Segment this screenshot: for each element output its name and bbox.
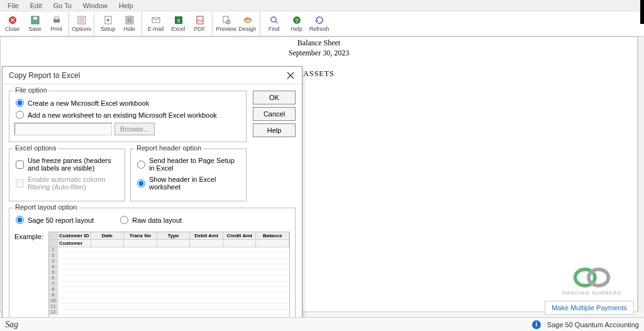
svg-text:?: ? bbox=[295, 18, 298, 24]
hide-icon bbox=[125, 15, 135, 25]
help-button[interactable]: Help bbox=[253, 123, 296, 137]
check-autofilter-input bbox=[16, 179, 24, 188]
toolbar-help[interactable]: ?Help bbox=[286, 12, 308, 36]
product-label: Sage 50 Quantum Accounting bbox=[547, 321, 639, 328]
toolbar-find[interactable]: Find bbox=[263, 12, 286, 36]
menubar: File Edit Go To Window Help bbox=[0, 0, 644, 11]
svg-rect-9 bbox=[127, 18, 132, 23]
email-icon bbox=[151, 15, 161, 25]
radio-raw-layout-label: Raw data layout bbox=[132, 216, 182, 224]
info-icon[interactable]: i bbox=[532, 320, 541, 329]
options-icon bbox=[77, 15, 87, 25]
excel-icon: X bbox=[174, 15, 184, 25]
file-option-legend: File option bbox=[13, 86, 49, 94]
toolbar-options[interactable]: Options bbox=[72, 12, 94, 36]
toolbar-close[interactable]: Close bbox=[1, 12, 24, 36]
radio-pagesetup-input[interactable] bbox=[137, 160, 145, 169]
browse-button: Browse... bbox=[114, 123, 155, 135]
check-freeze-panes[interactable]: Use freeze panes (headers and labels are… bbox=[16, 157, 119, 172]
refresh-icon bbox=[314, 15, 325, 25]
report-header-group: Report header option Send header to Page… bbox=[130, 149, 247, 201]
report-date: September 30, 2023 bbox=[1, 48, 637, 58]
report-header-legend: Report header option bbox=[135, 144, 203, 152]
save-icon bbox=[30, 15, 40, 25]
toolbar-save[interactable]: Save bbox=[24, 12, 47, 36]
radio-new-workbook[interactable]: Create a new Microsoft Excel workbook bbox=[16, 99, 241, 107]
close-icon bbox=[287, 72, 294, 79]
radio-showheader-input[interactable] bbox=[137, 179, 145, 188]
radio-raw-layout[interactable]: Raw data layout bbox=[120, 216, 182, 224]
excel-options-legend: Excel options bbox=[13, 144, 58, 152]
svg-point-21 bbox=[271, 17, 276, 22]
close-icon bbox=[8, 15, 18, 25]
check-freeze-panes-label: Use freeze panes (headers and labels are… bbox=[28, 157, 119, 172]
pdf-icon: PDF bbox=[195, 15, 205, 25]
toolbar-setup[interactable]: Setup bbox=[97, 12, 119, 36]
toolbar-print[interactable]: Print bbox=[47, 12, 69, 36]
toolbar-preview[interactable]: Preview bbox=[215, 12, 238, 36]
toolbar-design[interactable]: Design bbox=[238, 12, 260, 36]
report-title: Balance Sheet bbox=[1, 38, 637, 48]
make-multiple-payments-link[interactable]: Make Multiple Payments bbox=[545, 301, 634, 315]
radio-existing-workbook-label: Add a new worksheet to an existing Micro… bbox=[28, 111, 217, 119]
radio-sage-layout-input[interactable] bbox=[16, 216, 24, 224]
report-layout-group: Report layout option Sage 50 report layo… bbox=[9, 208, 296, 327]
svg-point-25 bbox=[589, 269, 608, 286]
radio-showheader[interactable]: Show header in Excel worksheet bbox=[137, 176, 241, 191]
toolbar-excel[interactable]: XExcel bbox=[167, 12, 190, 36]
window-edge bbox=[640, 0, 644, 24]
preview-icon bbox=[221, 15, 231, 25]
dialog-close-button[interactable] bbox=[284, 69, 297, 82]
svg-point-19 bbox=[247, 18, 248, 20]
svg-point-20 bbox=[249, 19, 250, 20]
copy-to-excel-dialog: Copy Report to Excel OK Cancel Help File… bbox=[2, 66, 303, 324]
check-autofilter-label: Enable automatic column filtering (Auto-… bbox=[28, 176, 119, 191]
svg-point-7 bbox=[107, 19, 109, 21]
svg-text:X: X bbox=[176, 18, 180, 24]
excel-options-group: Excel options Use freeze panes (headers … bbox=[9, 149, 125, 201]
help-icon: ? bbox=[292, 15, 302, 25]
report-layout-legend: Report layout option bbox=[13, 203, 79, 211]
svg-rect-15 bbox=[223, 16, 228, 23]
svg-text:PDF: PDF bbox=[196, 19, 204, 23]
toolbar-email[interactable]: E-mail bbox=[145, 12, 167, 36]
menu-file[interactable]: File bbox=[3, 1, 24, 10]
menu-help[interactable]: Help bbox=[114, 1, 138, 10]
radio-showheader-label: Show header in Excel worksheet bbox=[149, 176, 241, 191]
menu-window[interactable]: Window bbox=[78, 1, 113, 10]
example-grid-header: Customer ID Date Trans No Type Debit Amt… bbox=[49, 232, 289, 240]
check-autofilter: Enable automatic column filtering (Auto-… bbox=[16, 176, 119, 191]
menu-goto[interactable]: Go To bbox=[48, 1, 77, 10]
watermark-logo: DANCING NUMBERS bbox=[562, 265, 621, 296]
workbook-path-field bbox=[14, 123, 112, 135]
dialog-title-text: Copy Report to Excel bbox=[9, 71, 80, 80]
statusbar: Sag i Sage 50 Quantum Accounting bbox=[0, 317, 644, 331]
brand-label: Sag bbox=[5, 320, 18, 330]
toolbar-hide[interactable]: Hide bbox=[119, 12, 142, 36]
design-icon bbox=[243, 15, 253, 25]
toolbar: Close Save Print Options Setup Hide E-ma… bbox=[0, 11, 644, 36]
example-grid: Customer ID Date Trans No Type Debit Amt… bbox=[48, 232, 290, 320]
vertical-scrollbar[interactable] bbox=[638, 36, 644, 312]
radio-sage-layout-label: Sage 50 report layout bbox=[28, 216, 94, 224]
toolbar-refresh[interactable]: Refresh bbox=[308, 12, 331, 36]
file-option-group: File option Create a new Microsoft Excel… bbox=[9, 91, 247, 142]
cancel-button[interactable]: Cancel bbox=[253, 107, 296, 121]
svg-rect-4 bbox=[55, 17, 58, 20]
radio-sage-layout[interactable]: Sage 50 report layout bbox=[16, 216, 94, 224]
radio-pagesetup[interactable]: Send header to Page Setup in Excel bbox=[137, 157, 241, 172]
print-icon bbox=[52, 15, 62, 25]
radio-existing-workbook-input[interactable] bbox=[16, 111, 24, 119]
svg-rect-2 bbox=[33, 17, 37, 20]
radio-new-workbook-input[interactable] bbox=[16, 99, 24, 107]
check-freeze-panes-input[interactable] bbox=[16, 160, 24, 169]
radio-existing-workbook[interactable]: Add a new worksheet to an existing Micro… bbox=[16, 111, 241, 119]
ok-button[interactable]: OK bbox=[253, 91, 296, 104]
example-label: Example: bbox=[14, 232, 45, 320]
setup-icon bbox=[103, 15, 113, 25]
radio-pagesetup-label: Send header to Page Setup in Excel bbox=[149, 157, 241, 172]
toolbar-pdf[interactable]: PDFPDF bbox=[190, 12, 213, 36]
menu-edit[interactable]: Edit bbox=[25, 1, 47, 10]
radio-raw-layout-input[interactable] bbox=[120, 216, 128, 224]
radio-new-workbook-label: Create a new Microsoft Excel workbook bbox=[28, 99, 149, 107]
